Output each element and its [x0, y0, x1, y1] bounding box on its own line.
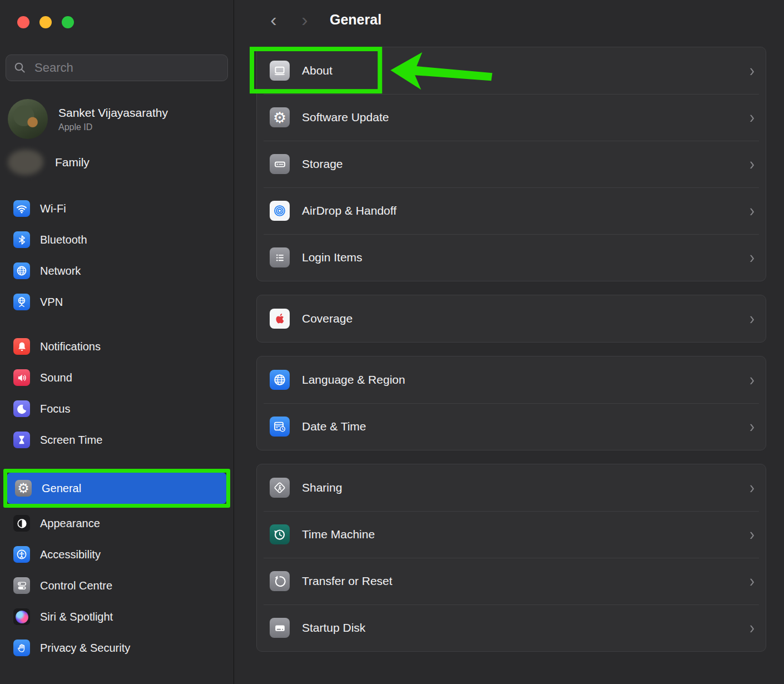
sidebar-item-label: Notifications [40, 340, 101, 353]
chevron-right-icon: › [750, 479, 755, 496]
apple-logo-icon [270, 309, 290, 329]
bell-icon [13, 338, 30, 355]
row-startup-disk[interactable]: Startup Disk › [257, 604, 766, 651]
row-coverage[interactable]: Coverage › [257, 295, 766, 342]
sidebar-item-siri-spotlight[interactable]: Siri & Spotlight [6, 601, 228, 632]
minimize-button[interactable] [39, 16, 52, 28]
search-field[interactable] [6, 54, 228, 81]
row-software-update[interactable]: ⚙ Software Update › [257, 94, 766, 141]
sidebar-item-focus[interactable]: Focus [6, 393, 228, 424]
row-label: Software Update [302, 111, 389, 124]
chevron-right-icon: › [750, 202, 755, 219]
sidebar-item-control-centre[interactable]: Control Centre [6, 570, 228, 601]
chevron-right-icon: › [750, 619, 755, 636]
page-title: General [330, 12, 381, 28]
wifi-icon [13, 200, 30, 217]
laptop-icon [270, 61, 290, 81]
moon-icon [13, 400, 30, 417]
vpn-globe-icon [13, 294, 30, 310]
sidebar-item-vpn[interactable]: VPN [6, 286, 228, 318]
sidebar-item-notifications[interactable]: Notifications [6, 331, 228, 362]
bluetooth-icon [13, 231, 30, 248]
system-settings-window: Sanket Vijayasarathy Apple ID Family Wi-… [0, 0, 784, 684]
forward-button[interactable]: › [295, 10, 314, 29]
update-gear-icon: ⚙ [270, 107, 290, 127]
search-input[interactable] [33, 60, 220, 76]
sidebar-item-general[interactable]: ⚙ General [7, 473, 226, 504]
row-about[interactable]: About › [257, 47, 766, 94]
sidebar-item-bluetooth[interactable]: Bluetooth [6, 224, 228, 255]
row-storage[interactable]: Storage › [257, 141, 766, 187]
chevron-right-icon: › [750, 572, 755, 589]
sidebar-item-screen-time[interactable]: Screen Time [6, 424, 228, 455]
zoom-button[interactable] [62, 16, 74, 28]
globe-icon [13, 262, 30, 279]
general-pane: ‹ › General About › ⚙ Software Updat [234, 0, 784, 684]
search-icon [13, 61, 27, 75]
time-machine-icon [270, 524, 290, 544]
startup-disk-icon [270, 618, 290, 638]
row-label: Sharing [302, 481, 342, 494]
settings-group-locale: Language & Region › Date & Time › [256, 356, 766, 450]
apple-id-profile[interactable]: Sanket Vijayasarathy Apple ID [8, 99, 228, 139]
row-login-items[interactable]: Login Items › [257, 234, 766, 281]
family-label: Family [55, 156, 90, 169]
sidebar-item-network[interactable]: Network [6, 255, 228, 286]
row-label: Storage [302, 157, 343, 171]
row-sharing[interactable]: Sharing › [257, 464, 766, 511]
siri-icon [13, 608, 30, 625]
chevron-right-icon: › [750, 108, 755, 126]
pane-header: ‹ › General [234, 0, 784, 29]
row-label: About [302, 64, 333, 77]
list-icon [270, 247, 290, 267]
reset-arrow-icon [270, 571, 290, 591]
chevron-right-icon: › [750, 62, 755, 79]
row-language-region[interactable]: Language & Region › [257, 356, 766, 403]
sidebar-item-label: Control Centre [40, 579, 112, 592]
sidebar-item-label: General [42, 482, 81, 495]
sidebar-item-privacy-security[interactable]: Privacy & Security [6, 632, 228, 663]
sidebar-item-label: Screen Time [40, 434, 102, 447]
sidebar-item-label: Focus [40, 403, 70, 415]
row-label: Coverage [302, 312, 353, 325]
sharing-icon [270, 478, 290, 498]
row-date-time[interactable]: Date & Time › [257, 403, 766, 450]
sidebar-item-label: VPN [40, 296, 63, 309]
chevron-right-icon: › [750, 526, 755, 543]
sidebar-item-label: Accessibility [40, 548, 101, 561]
row-label: AirDrop & Handoff [302, 204, 396, 217]
chevron-right-icon: › [750, 249, 755, 266]
sidebar-item-label: Sound [40, 371, 72, 384]
row-label: Time Machine [302, 528, 375, 541]
toggles-icon [13, 577, 30, 594]
back-button[interactable]: ‹ [264, 10, 283, 29]
hand-icon [13, 640, 30, 656]
row-label: Transfer or Reset [302, 574, 393, 588]
globe-grid-icon [270, 370, 290, 390]
sidebar-item-label: Siri & Spotlight [40, 611, 113, 623]
profile-avatar [8, 99, 48, 139]
close-button[interactable] [17, 16, 29, 28]
accessibility-icon [13, 546, 30, 563]
airdrop-icon [270, 201, 290, 221]
sidebar-item-label: Wi-Fi [40, 202, 66, 215]
contrast-icon [13, 515, 30, 532]
family-avatar [8, 150, 43, 175]
sidebar-item-desktop-dock[interactable]: Desktop & Dock [6, 677, 228, 684]
sidebar-item-sound[interactable]: Sound [6, 362, 228, 393]
sidebar-item-appearance[interactable]: Appearance [6, 508, 228, 539]
sidebar-item-label: Network [40, 265, 81, 277]
row-transfer-reset[interactable]: Transfer or Reset › [257, 558, 766, 604]
row-time-machine[interactable]: Time Machine › [257, 511, 766, 558]
speaker-icon [13, 369, 30, 386]
row-airdrop-handoff[interactable]: AirDrop & Handoff › [257, 187, 766, 234]
sidebar-item-label: Privacy & Security [40, 642, 130, 655]
row-label: Date & Time [302, 420, 366, 433]
sidebar-item-wifi[interactable]: Wi-Fi [6, 193, 228, 224]
row-label: Language & Region [302, 373, 405, 386]
sidebar-item-accessibility[interactable]: Accessibility [6, 539, 228, 570]
calendar-clock-icon [270, 417, 290, 437]
family-row[interactable]: Family [8, 146, 228, 179]
traffic-lights [6, 0, 228, 28]
storage-disk-icon [270, 154, 290, 174]
